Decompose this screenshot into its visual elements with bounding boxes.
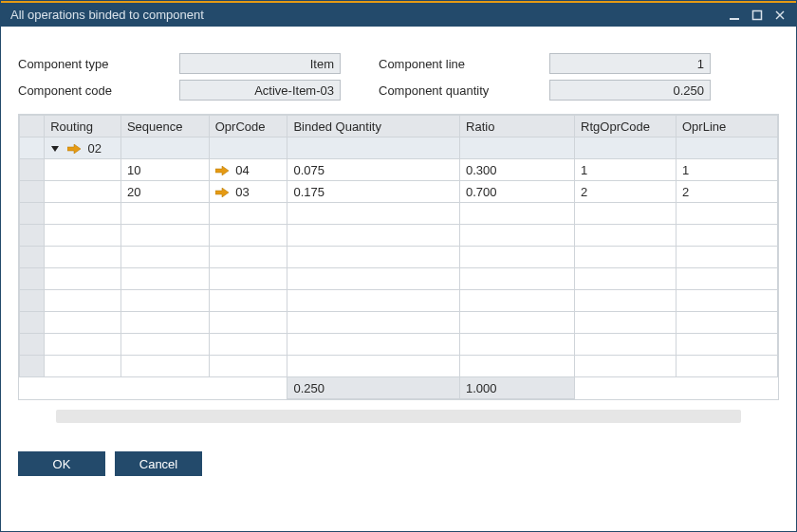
grid-row-empty[interactable]: [20, 268, 778, 290]
grid-corner: [20, 116, 45, 138]
label-component-type: Component type: [18, 57, 179, 71]
cell-opr-line[interactable]: 2: [677, 181, 778, 203]
col-opr-code[interactable]: OprCode: [209, 116, 287, 138]
col-opr-line[interactable]: OprLine: [677, 116, 778, 138]
svg-marker-5: [67, 144, 81, 154]
svg-marker-6: [215, 166, 229, 175]
title-bar[interactable]: All operations binded to component: [1, 3, 796, 27]
grid-row-empty[interactable]: [20, 247, 778, 268]
client-area: Component type Item Component line 1 Com…: [1, 27, 796, 531]
link-arrow-icon: [67, 144, 81, 154]
col-sequence[interactable]: Sequence: [120, 116, 209, 138]
dialog-window: All operations binded to component Compo…: [0, 0, 797, 532]
grid-totals-row: 0.250 1.000: [20, 377, 778, 399]
maximize-button[interactable]: [747, 7, 768, 24]
col-ratio[interactable]: Ratio: [460, 116, 575, 138]
cell-opr-code[interactable]: 03: [235, 185, 249, 199]
cell-rtg-opr-code[interactable]: 1: [575, 159, 677, 181]
close-button[interactable]: [769, 7, 790, 24]
cell-opr-line[interactable]: 1: [677, 159, 778, 181]
grid-header-row: Routing Sequence OprCode Binded Quantity…: [20, 116, 778, 138]
minimize-button[interactable]: [724, 7, 745, 24]
cell-binded-qty[interactable]: 0.175: [287, 181, 460, 203]
col-routing[interactable]: Routing: [45, 116, 121, 138]
svg-marker-7: [215, 188, 229, 197]
total-binded-qty: 0.250: [287, 377, 460, 399]
svg-rect-1: [753, 10, 762, 19]
expand-icon[interactable]: [50, 144, 60, 154]
cell-ratio[interactable]: 0.300: [460, 159, 575, 181]
cell-opr-code[interactable]: 04: [235, 163, 249, 177]
parent-routing: 02: [87, 141, 101, 156]
label-component-line: Component line: [379, 57, 549, 71]
grid-row-empty[interactable]: [20, 203, 778, 225]
window-title: All operations binded to component: [10, 8, 722, 22]
field-component-line[interactable]: 1: [549, 53, 711, 74]
total-ratio: 1.000: [460, 377, 575, 399]
cell-rtg-opr-code[interactable]: 2: [575, 181, 677, 203]
link-arrow-icon: [215, 166, 229, 175]
svg-marker-4: [51, 146, 59, 152]
horizontal-scrollbar[interactable]: [56, 410, 741, 423]
grid-row-empty[interactable]: [20, 356, 778, 377]
col-rtg-opr-code[interactable]: RtgOprCode: [575, 116, 677, 138]
cell-binded-qty[interactable]: 0.075: [287, 159, 460, 181]
cancel-button[interactable]: Cancel: [115, 451, 202, 476]
button-row: OK Cancel: [18, 451, 779, 476]
grid-row-empty[interactable]: [20, 290, 778, 312]
ok-button[interactable]: OK: [18, 451, 105, 476]
cell-ratio[interactable]: 0.700: [460, 181, 575, 203]
field-component-code[interactable]: Active-Item-03: [179, 80, 341, 101]
grid-row[interactable]: 20 03 0.175 0.700 2 2: [20, 181, 778, 203]
grid-row-empty[interactable]: [20, 312, 778, 334]
cell-sequence[interactable]: 20: [120, 181, 209, 203]
grid-parent-row[interactable]: 02: [20, 138, 778, 159]
grid-row-empty[interactable]: [20, 334, 778, 356]
field-component-quantity[interactable]: 0.250: [549, 80, 711, 101]
cell-sequence[interactable]: 10: [120, 159, 209, 181]
field-component-type[interactable]: Item: [179, 53, 341, 74]
col-binded-qty[interactable]: Binded Quantity: [287, 116, 460, 138]
link-arrow-icon: [215, 188, 229, 197]
grid-row[interactable]: 10 04 0.075 0.300 1 1: [20, 159, 778, 181]
label-component-quantity: Component quantity: [379, 83, 549, 98]
grid[interactable]: Routing Sequence OprCode Binded Quantity…: [18, 114, 779, 400]
grid-row-empty[interactable]: [20, 225, 778, 247]
label-component-code: Component code: [18, 83, 179, 98]
form-grid: Component type Item Component line 1 Com…: [18, 53, 779, 101]
